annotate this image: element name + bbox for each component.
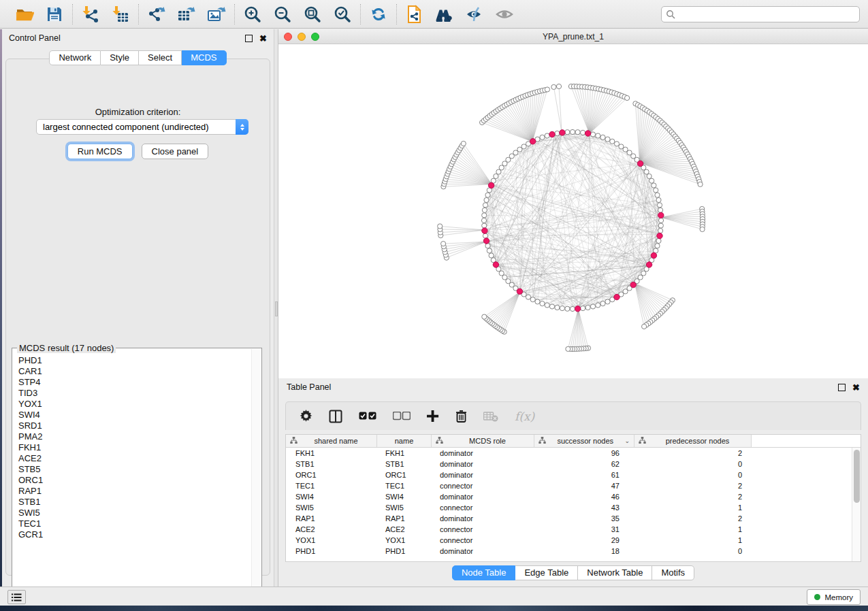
table-scrollbar-thumb[interactable]: [854, 450, 860, 503]
cell-name: YOX1: [377, 536, 432, 544]
show-all-button[interactable]: [495, 5, 514, 24]
hide-selected-button[interactable]: [465, 5, 484, 24]
table-panel-title: Table Panel: [287, 382, 331, 392]
table-row[interactable]: ACE2ACE2connector311: [286, 524, 852, 535]
column-header-predecessor-nodes[interactable]: predecessor nodes: [634, 435, 752, 447]
tab-edge-table[interactable]: Edge Table: [515, 565, 578, 580]
deselect-all-button[interactable]: [393, 412, 411, 420]
export-network-button[interactable]: [147, 5, 166, 24]
result-item[interactable]: PHD1: [18, 355, 251, 366]
sort-indicator-icon[interactable]: ⌄: [624, 437, 630, 444]
result-item[interactable]: FKH1: [18, 442, 251, 453]
network-canvas[interactable]: [278, 44, 868, 378]
result-item[interactable]: ACE2: [18, 453, 251, 464]
cell-mcds-role: dominator: [432, 493, 534, 501]
table-row[interactable]: FKH1FKH1dominator962: [286, 448, 852, 459]
table-settings-button[interactable]: [300, 410, 312, 423]
network-from-file-button[interactable]: [405, 5, 424, 24]
result-item[interactable]: RAP1: [18, 486, 251, 497]
delete-column-button[interactable]: [455, 410, 467, 423]
table-row[interactable]: RAP1RAP1dominator352: [286, 513, 852, 524]
hierarchy-icon: [639, 437, 646, 445]
open-file-button[interactable]: [15, 5, 34, 24]
cell-name: STB1: [377, 460, 432, 468]
result-item[interactable]: TEC1: [18, 518, 251, 529]
close-table-panel-button[interactable]: ✖: [852, 384, 860, 391]
save-session-button[interactable]: [45, 5, 64, 24]
column-header-name[interactable]: name: [377, 435, 432, 447]
column-label: shared name: [298, 437, 374, 445]
network-search-button[interactable]: [435, 5, 454, 24]
memory-button[interactable]: Memory: [807, 589, 861, 605]
zoom-selected-button[interactable]: [333, 5, 352, 24]
splitter-grip[interactable]: [275, 301, 278, 316]
tab-style[interactable]: Style: [101, 50, 139, 65]
table-row[interactable]: STB1STB1dominator620: [286, 459, 852, 469]
zoom-in-button[interactable]: [243, 5, 262, 24]
result-item[interactable]: SWI5: [18, 508, 251, 518]
panel-splitter[interactable]: [274, 29, 278, 587]
table-row[interactable]: SWI4SWI4dominator462: [286, 491, 852, 502]
network-graph: [278, 44, 868, 378]
result-item[interactable]: GCR1: [18, 529, 251, 540]
add-column-button[interactable]: [427, 410, 439, 423]
column-header-mcds-role[interactable]: MCDS role: [432, 435, 534, 447]
export-network-icon: [147, 5, 166, 23]
tab-node-table[interactable]: Node Table: [452, 565, 516, 580]
zoom-fit-button[interactable]: [303, 5, 322, 24]
column-header-shared-name[interactable]: shared name: [286, 435, 377, 447]
cell-successor-nodes: 47: [534, 482, 634, 490]
minimize-window-button[interactable]: [298, 33, 306, 41]
zoom-out-button[interactable]: [273, 5, 292, 24]
export-image-button[interactable]: [207, 5, 226, 24]
result-scrollbar[interactable]: [251, 349, 261, 599]
table-scrollbar[interactable]: [852, 448, 861, 561]
optimization-criterion-select[interactable]: largest connected component (undirected): [36, 119, 248, 135]
result-item[interactable]: SWI4: [18, 410, 251, 420]
search-input[interactable]: [661, 6, 860, 22]
import-table-button[interactable]: [111, 5, 130, 24]
table-row[interactable]: TEC1TEC1connector472: [286, 480, 852, 491]
tab-select[interactable]: Select: [139, 50, 182, 65]
hierarchy-icon: [436, 437, 443, 445]
export-image-icon: [207, 5, 226, 23]
float-panel-button[interactable]: [245, 35, 253, 42]
table-row[interactable]: SWI5SWI5connector431: [286, 502, 852, 513]
import-network-button[interactable]: [81, 5, 100, 24]
close-panel-button[interactable]: ✖: [259, 35, 267, 42]
cell-name: SWI4: [377, 493, 432, 501]
result-item[interactable]: STP4: [18, 377, 251, 388]
tab-network-table[interactable]: Network Table: [578, 565, 652, 580]
table-row[interactable]: ORC1ORC1dominator610: [286, 469, 852, 480]
table-row[interactable]: PHD1PHD1dominator180: [286, 546, 852, 557]
export-table-button[interactable]: [177, 5, 196, 24]
cp-tab-bar: NetworkStyleSelectMCDS: [2, 50, 274, 65]
node-table: shared namenameMCDS rolesuccessor nodes⌄…: [285, 434, 861, 562]
column-layout-button[interactable]: [329, 410, 342, 423]
run-mcds-button[interactable]: Run MCDS: [67, 144, 133, 159]
cell-name: SWI5: [377, 503, 432, 512]
result-item[interactable]: CAR1: [18, 366, 251, 377]
result-item[interactable]: PMA2: [18, 431, 251, 442]
close-panel-button-mcds[interactable]: Close panel: [142, 144, 209, 159]
network-title: YPA_prune.txt_1: [278, 32, 868, 42]
float-table-panel-button[interactable]: [838, 384, 846, 391]
tab-mcds[interactable]: MCDS: [182, 50, 226, 65]
tab-motifs[interactable]: Motifs: [652, 565, 694, 580]
select-all-button[interactable]: [359, 412, 376, 420]
result-item[interactable]: SRD1: [18, 420, 251, 431]
task-history-button[interactable]: [7, 590, 26, 604]
refresh-button[interactable]: [369, 5, 388, 24]
close-window-button[interactable]: [284, 33, 292, 41]
result-item[interactable]: STB1: [18, 497, 251, 508]
result-item[interactable]: TID3: [18, 388, 251, 399]
result-item[interactable]: YOX1: [18, 399, 251, 410]
tab-network[interactable]: Network: [49, 50, 101, 65]
cell-shared-name: SWI5: [286, 503, 377, 512]
cell-predecessor-nodes: 0: [634, 471, 752, 479]
maximize-window-button[interactable]: [311, 33, 319, 41]
result-item[interactable]: ORC1: [18, 475, 251, 486]
column-header-successor-nodes[interactable]: successor nodes⌄: [534, 435, 634, 447]
table-row[interactable]: YOX1YOX1connector291: [286, 535, 852, 546]
result-item[interactable]: STB5: [18, 464, 251, 475]
